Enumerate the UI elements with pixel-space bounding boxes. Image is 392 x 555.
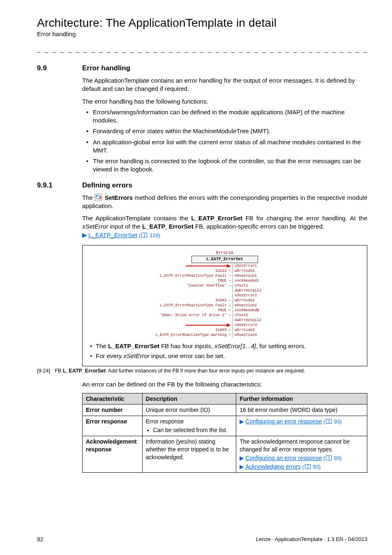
fb-row: L_EATP_ErrorReactionType.Fault —eReactio… — [143, 303, 307, 308]
book-icon — [141, 233, 147, 238]
fb-input-value: 31802 — — [143, 298, 233, 303]
text: : Add further instances of the FB if mor… — [106, 368, 305, 374]
page-number: 92 — [37, 536, 44, 543]
fb-pin-name: sText1 — [233, 284, 307, 288]
fb-input-value — [143, 264, 233, 269]
fb-row: xSetError3 — [143, 323, 307, 328]
xref-link[interactable]: Acknowledging errors — [245, 463, 301, 470]
xref-link[interactable]: Configuring an error response — [245, 455, 322, 461]
link-arrow-icon: ▶ — [82, 231, 87, 238]
list-item: The error handling is connected to the l… — [82, 157, 367, 174]
fb-pin-name: dwErrDetail1 — [233, 289, 307, 293]
page-title: Architecture: The ApplicationTemplate in… — [37, 16, 367, 30]
table-cell: Unique error number (ID) — [142, 405, 236, 416]
fb-input-value: TRUE — — [143, 279, 233, 283]
table-row: Error number Unique error number (ID) 16… — [83, 405, 367, 416]
fb-pin-name: xAckNeededB — [233, 308, 307, 313]
svg-marker-1 — [227, 264, 231, 268]
table-cell: Acknowledgement response — [83, 436, 143, 473]
fb-input-value: 'Demo: Drive error of drive 2' — — [143, 313, 233, 318]
list-item: The L_EATP_ErrorSet FB has four inputs, … — [88, 342, 362, 350]
fb-row: xSetError1 — [143, 264, 307, 269]
book-icon — [326, 456, 332, 460]
table-cell: The acknowledgement response cannot be c… — [236, 436, 367, 473]
fb-name: L_EATP_ErrorSet — [63, 368, 106, 374]
table-row: Error response Error response Can be sel… — [83, 416, 367, 436]
table-cell: 16 bit error number (WORD data type) — [236, 405, 367, 416]
paragraph: The ApplicationTemplate contains an erro… — [82, 76, 367, 93]
paragraph: The error handling has the following fun… — [82, 97, 367, 106]
text: input of the — [108, 223, 142, 230]
doc-info: Lenze · ApplicationTemplate · 1.3 EN - 0… — [256, 536, 367, 543]
fb-row: TRUE —xAckNeeded1 — [143, 279, 307, 284]
table-cell: ▶Configuring an error response ( 93) — [236, 416, 367, 436]
list-item: For every xSetError input, one error can… — [88, 352, 362, 360]
section-number: 9.9 — [37, 64, 82, 72]
method-icon — [95, 194, 102, 201]
list-item: An application-global error list with th… — [82, 138, 367, 155]
fb-row: 31802 —wErrCode2 — [143, 298, 307, 303]
svg-marker-3 — [227, 324, 231, 327]
text: The ApplicationTemplate contains the — [82, 215, 191, 222]
table-header: Further information — [236, 393, 367, 405]
fb-name: L_EATP_ErrorSet — [191, 215, 242, 222]
table-cell: Error response Can be selected from the … — [142, 416, 236, 436]
fb-rows: xSetError122222 —wErrCode1L_EATP_ErrorRe… — [143, 264, 307, 338]
fb-diagram-box: ErrorsA L_EATP_ErrorSet xSetError122222 … — [82, 245, 367, 367]
book-icon — [305, 464, 311, 469]
table-header: Description — [142, 393, 236, 405]
table-header: Characteristic — [83, 393, 143, 405]
fb-row: 31803 —wErrCode3 — [143, 328, 307, 333]
text: The acknowledgement response cannot be c… — [240, 438, 350, 453]
list-item: Errors/warnings/information can be defin… — [82, 108, 367, 125]
link-arrow-icon: ▶ — [240, 418, 244, 425]
fb-input-value: 'Counter Overflow' — — [143, 284, 233, 288]
fb-input-value: L_EATP_ErrorReactionType.Fault — — [143, 274, 233, 278]
fb-input-value: L_EATP_ErrorReactionType.Fault — — [143, 303, 233, 308]
section-title: Error handling — [82, 64, 130, 72]
fb-row: 'Demo: Drive error of drive 2' —sText2 — [143, 313, 307, 318]
page-ref: ( 119) — [139, 232, 160, 238]
fb-pin-name: wErrCode3 — [233, 328, 307, 333]
xref-link[interactable]: L_EATP_ErrorSet — [88, 231, 137, 238]
fb-row: dwErrDetail1 — [143, 289, 307, 294]
fb-diagram-title: L_EATP_ErrorSet — [191, 256, 258, 263]
fb-name: L_EATP_ErrorSet — [142, 223, 194, 230]
text: FB for changing the error handling. At t… — [242, 215, 367, 222]
fb-input: xSetError — [82, 223, 108, 230]
table-cell: Error response — [83, 416, 143, 436]
text: FB, application-specific errors can be t… — [194, 223, 324, 230]
list-item: Forwarding of error states within the Ma… — [82, 127, 367, 135]
fb-pin-name: eReaction2 — [233, 303, 307, 308]
link-arrow-icon: ▶ — [240, 463, 244, 470]
fb-row: TRUE —xAckNeededB — [143, 308, 307, 313]
fb-row: dwErrDetail2 — [143, 318, 307, 323]
fb-row: L_EATP_ErrorReactionType.Warning —eReact… — [143, 333, 307, 338]
method-name: SetErrors — [105, 194, 133, 201]
fb-pin-name: xSetError1 — [233, 264, 307, 268]
xref-link[interactable]: Configuring an error response — [245, 418, 322, 425]
fb-input-value: 31803 — — [143, 328, 233, 333]
fb-input-value — [143, 323, 233, 328]
figure-caption: [9-24] FB L_EATP_ErrorSet: Add further i… — [37, 368, 367, 374]
table-cell: Error number — [83, 405, 143, 416]
page-subtitle: Error handling — [37, 30, 367, 37]
fb-pin-name: xSetError3 — [233, 323, 307, 328]
book-icon — [326, 419, 332, 424]
fb-row: 'Counter Overflow' —sText1 — [143, 284, 307, 289]
table-row: Acknowledgement response Information (ye… — [83, 436, 367, 473]
fb-pin-name: sText2 — [233, 313, 307, 318]
fb-input-value: TRUE — — [143, 308, 233, 313]
link-arrow-icon: ▶ — [240, 455, 244, 461]
fb-pin-name: xSetError2 — [233, 294, 307, 298]
fb-pin-name: wErrCode2 — [233, 298, 307, 303]
figure-number: [9-24] — [37, 368, 50, 374]
fb-pin-name: wErrCode1 — [233, 269, 307, 273]
fb-row: xSetError2 — [143, 294, 307, 298]
fb-instance-label: ErrorsA — [143, 250, 307, 256]
section-number: 9.9.1 — [37, 181, 82, 190]
fb-pin-name: dwErrDetail2 — [233, 318, 307, 323]
paragraph: An error can be defined on the FB by the… — [82, 380, 367, 388]
table-cell: Information (yes/no) stating whether the… — [142, 436, 236, 473]
list-item: Can be selected from the list. — [153, 426, 233, 434]
